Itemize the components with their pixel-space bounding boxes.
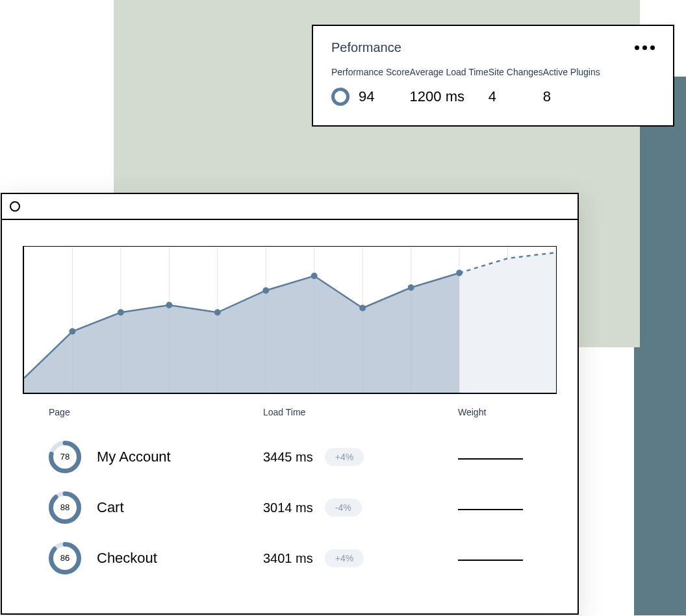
load-time-value: 3014 ms — [263, 500, 313, 515]
delta-badge: +4% — [325, 549, 364, 567]
perf-metric: Performance Score 94 — [331, 67, 410, 107]
svg-point-17 — [214, 309, 221, 315]
svg-point-21 — [408, 284, 414, 291]
score-donut-icon: 88 — [49, 491, 81, 524]
metric-label: Site Changes — [489, 67, 543, 77]
col-header-load: Load Time — [263, 407, 458, 417]
svg-point-16 — [166, 302, 172, 308]
score-donut-icon: 78 — [49, 441, 81, 473]
performance-card: Peformance Performance Score 94 Average … — [312, 25, 674, 127]
metric-value: 94 — [359, 88, 374, 105]
background-slate-strip — [634, 77, 686, 615]
page-name: My Account — [97, 449, 171, 465]
table-row[interactable]: 86 Checkout 3401 ms +4% — [49, 533, 531, 584]
table-row[interactable]: 88 Cart 3014 ms -4% — [49, 482, 531, 533]
analytics-window: Page Load Time Weight 78 My Account 3445… — [1, 193, 579, 615]
window-titlebar — [2, 194, 578, 220]
load-time-value: 3401 ms — [263, 551, 313, 566]
metric-label: Active Plugins — [543, 67, 600, 77]
metric-label: Average Load Time — [410, 67, 489, 77]
page-name: Checkout — [97, 550, 157, 567]
page-name: Cart — [97, 499, 124, 516]
svg-point-14 — [69, 328, 75, 335]
svg-point-18 — [262, 288, 269, 294]
svg-text:86: 86 — [60, 553, 70, 563]
delta-badge: -4% — [325, 499, 362, 517]
metric-value: 1200 ms — [410, 88, 464, 105]
weight-sparkline — [458, 560, 523, 561]
svg-point-1 — [333, 90, 348, 105]
metric-label: Performance Score — [331, 67, 410, 77]
table-row[interactable]: 78 My Account 3445 ms +4% — [49, 432, 531, 482]
svg-point-20 — [359, 305, 366, 312]
perf-metric: Site Changes 4 — [489, 67, 543, 107]
score-donut-icon — [331, 88, 349, 106]
metric-value: 8 — [543, 88, 551, 105]
score-donut-icon: 86 — [49, 542, 81, 574]
more-icon[interactable] — [635, 45, 655, 50]
col-header-page: Page — [49, 407, 263, 417]
performance-card-title: Peformance — [331, 40, 401, 55]
delta-badge: +4% — [325, 448, 364, 466]
table-header: Page Load Time Weight — [49, 407, 531, 417]
metric-value: 4 — [489, 88, 496, 105]
svg-text:78: 78 — [60, 452, 70, 462]
perf-metric: Average Load Time 1200 ms — [410, 67, 489, 107]
load-time-value: 3445 ms — [263, 450, 313, 465]
svg-point-15 — [118, 309, 124, 315]
weight-sparkline — [458, 509, 523, 510]
perf-metric: Active Plugins 8 — [543, 67, 600, 107]
col-header-weight: Weight — [458, 407, 531, 417]
weight-sparkline — [458, 458, 523, 460]
svg-point-19 — [311, 273, 318, 279]
svg-text:88: 88 — [60, 502, 70, 512]
performance-chart — [23, 246, 557, 394]
svg-point-22 — [456, 270, 463, 277]
pages-table: Page Load Time Weight 78 My Account 3445… — [49, 407, 531, 584]
window-control-icon[interactable] — [10, 201, 20, 212]
